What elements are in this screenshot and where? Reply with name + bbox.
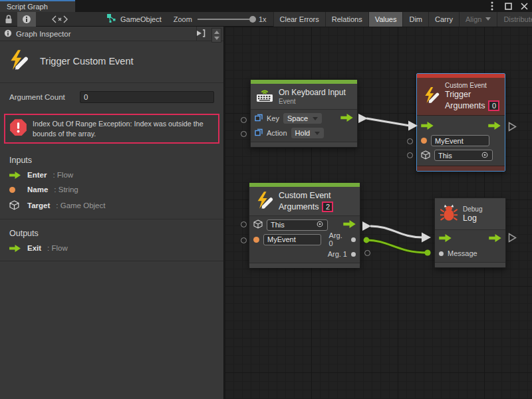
argument-count-input[interactable] <box>80 91 214 103</box>
custom-event-icon <box>7 49 29 73</box>
align-label: Align <box>466 15 481 23</box>
node-debug-log[interactable]: Debug Log Message <box>434 198 506 268</box>
pin-type: : Game Object <box>56 201 105 209</box>
flow-input-port[interactable] <box>439 234 452 243</box>
flow-output-port[interactable] <box>489 234 501 243</box>
close-icon[interactable] <box>519 1 529 11</box>
unconnected-port[interactable] <box>407 152 413 158</box>
message-input-port[interactable] <box>439 251 444 256</box>
target-value: This <box>438 152 452 160</box>
unconnected-port[interactable] <box>407 138 413 144</box>
arguments-value-badge[interactable]: 0 <box>488 100 499 111</box>
cube-icon <box>253 219 263 230</box>
carry-button[interactable]: Carry <box>428 12 459 27</box>
pin-type: : Flow <box>53 171 73 179</box>
values-button[interactable]: Values <box>368 12 403 27</box>
node-footer <box>435 262 505 267</box>
node-header: Custom Event Trigger Arguments 0 <box>417 78 505 116</box>
tab-script-graph[interactable]: Script Graph <box>0 0 75 12</box>
pin-type: : String <box>54 186 78 194</box>
tab-strip: Script Graph <box>0 0 532 12</box>
clear-errors-button[interactable]: Clear Errors <box>273 12 325 27</box>
zoom-slider[interactable] <box>198 19 253 20</box>
align-button[interactable]: Align <box>459 12 497 27</box>
custom-event-icon <box>255 191 273 212</box>
kebab-menu-icon[interactable] <box>487 1 497 11</box>
key-label: Key <box>267 114 279 122</box>
string-port[interactable] <box>421 138 427 144</box>
flow-input-port[interactable] <box>421 122 434 131</box>
graph-toolbar: GameObject Zoom 1x Clear Errors Relation… <box>0 12 532 27</box>
clear-errors-label: Clear Errors <box>280 15 319 23</box>
inspector-toggle-button[interactable] <box>17 12 36 27</box>
action-dropdown[interactable]: Hold <box>291 128 325 138</box>
node-custom-event[interactable]: Custom Event Arguments 2 This <box>249 182 360 267</box>
outputs-heading: Outputs <box>0 219 223 241</box>
inspector-title: Trigger Custom Event <box>40 56 133 66</box>
flow-continuation-icon <box>508 122 517 134</box>
target-field[interactable]: This <box>267 219 328 231</box>
inspector-header-frame <box>0 27 197 41</box>
gameobject-target[interactable]: GameObject <box>106 13 162 25</box>
scroll-down-icon[interactable] <box>214 37 219 40</box>
arg0-label: Arg. 0 <box>329 231 347 247</box>
target-field[interactable]: This <box>434 150 493 161</box>
arguments-value-badge[interactable]: 2 <box>322 201 333 212</box>
flow-continuation-icon <box>508 233 517 245</box>
node-trigger-custom-event[interactable]: Custom Event Trigger Arguments 0 <box>416 73 505 172</box>
bug-icon <box>440 204 458 224</box>
input-binding-icon <box>255 128 263 138</box>
output-pin-exit: Exit : Flow <box>0 241 223 255</box>
tab-label: Script Graph <box>7 3 48 11</box>
lock-icon[interactable] <box>0 12 17 27</box>
node-category: Custom Event <box>445 82 499 89</box>
target-picker-icon[interactable] <box>481 151 489 160</box>
unconnected-port[interactable] <box>241 237 247 243</box>
node-on-keyboard-input[interactable]: On Keyboard Input Event Key Space <box>250 79 358 148</box>
flow-output-port[interactable] <box>340 114 353 123</box>
argument-count-row: Argument Count <box>0 83 223 107</box>
scroll-up-icon[interactable] <box>214 31 219 34</box>
unconnected-port[interactable] <box>241 221 247 227</box>
event-name-value: MyEvent <box>267 235 296 243</box>
unconnected-port[interactable] <box>241 117 247 123</box>
unconnected-arg1-port[interactable] <box>364 250 370 256</box>
code-view-icon[interactable] <box>45 12 74 27</box>
node-title: Custom Event <box>279 191 333 200</box>
distribute-label: Distribute <box>503 15 532 23</box>
unit-title-block: Trigger Custom Event <box>0 41 223 83</box>
custom-event-icon <box>422 86 440 106</box>
node-subtitle: Event <box>279 98 346 105</box>
dim-button[interactable]: Dim <box>402 12 428 27</box>
graph-canvas[interactable]: On Keyboard Input Event Key Space <box>225 27 532 399</box>
cube-icon <box>421 150 430 161</box>
key-dropdown[interactable]: Space <box>283 113 322 124</box>
arg1-output-port[interactable] <box>351 252 356 257</box>
event-name-field[interactable]: MyEvent <box>431 135 489 146</box>
relations-button[interactable]: Relations <box>325 12 368 27</box>
flow-output-port[interactable] <box>343 220 356 229</box>
string-port[interactable] <box>253 237 259 243</box>
chevron-down-icon <box>315 132 320 135</box>
event-name-field[interactable]: MyEvent <box>263 234 321 245</box>
input-pin-target: Target : Game Object <box>0 197 223 213</box>
unconnected-port[interactable] <box>241 131 247 137</box>
node-header: Debug Log <box>435 198 505 230</box>
maximize-icon[interactable] <box>503 1 513 11</box>
chevron-down-icon <box>485 17 491 21</box>
zoom-slider-handle[interactable] <box>249 16 256 23</box>
chevron-down-icon <box>313 117 318 120</box>
arguments-label: Arguments <box>279 202 319 211</box>
error-icon <box>9 118 27 139</box>
target-picker-icon[interactable] <box>316 220 324 229</box>
input-binding-icon <box>255 114 263 123</box>
error-message-text: Index Out Of Range Exception: Index was … <box>33 119 213 138</box>
flow-output-port[interactable] <box>488 122 501 131</box>
graph-inspector-panel: Graph Inspector Trigger Custom Event Arg… <box>0 27 224 399</box>
dock-panel-icon[interactable] <box>196 29 205 39</box>
distribute-button[interactable]: Distribute <box>497 12 532 27</box>
inspector-scroll-arrows[interactable] <box>211 28 221 43</box>
pin-name: Exit <box>27 244 41 252</box>
key-dropdown-value: Space <box>287 114 308 122</box>
arg0-output-port[interactable] <box>351 237 356 242</box>
